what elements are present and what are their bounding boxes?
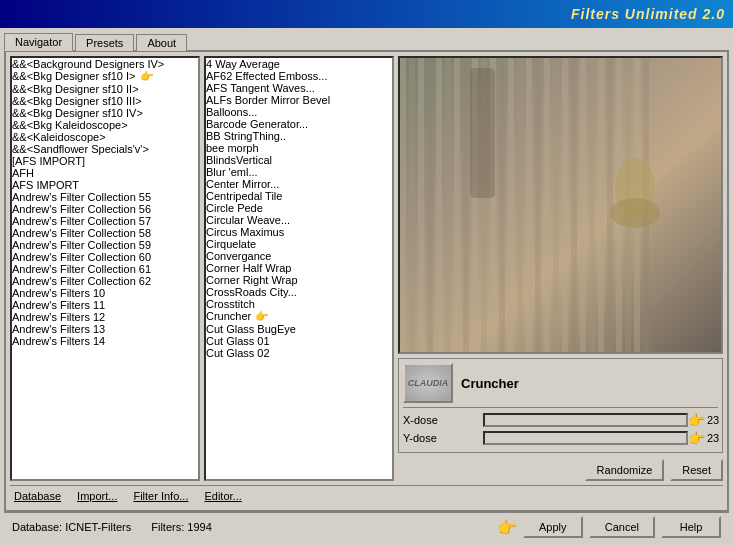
filter-group-item-23[interactable]: Andrew's Filters 14 (12, 335, 198, 347)
filters-value: 1994 (187, 521, 211, 533)
filter-group-item-17[interactable]: Andrew's Filter Collection 61 (12, 263, 198, 275)
filter-item-17[interactable]: Corner Half Wrap (206, 262, 392, 274)
filter-group-item-14[interactable]: Andrew's Filter Collection 58 (12, 227, 198, 239)
filter-group-item-0[interactable]: &&<Background Designers IV> (12, 58, 198, 70)
filter-item-18[interactable]: Corner Right Wrap (206, 274, 392, 286)
import-button[interactable]: Import... (73, 488, 121, 504)
filters-list[interactable]: 4 Way AverageAF62 Effected Emboss...AFS … (204, 56, 394, 481)
filter-group-item-13[interactable]: Andrew's Filter Collection 57 (12, 215, 198, 227)
bottom-toolbar: Database Import... Filter Info... Editor… (10, 485, 723, 506)
reset-button[interactable]: Reset (670, 459, 723, 481)
param-row-ydose: Y-dose 👉 23 (403, 430, 718, 446)
ydose-value-container: 👉 23 (688, 430, 718, 446)
svg-rect-17 (544, 58, 550, 352)
filter-item-0[interactable]: 4 Way Average (206, 58, 392, 70)
filter-group-item-12[interactable]: Andrew's Filter Collection 56 (12, 203, 198, 215)
filter-group-item-16[interactable]: Andrew's Filter Collection 60 (12, 251, 198, 263)
hand-icon-ydose: 👉 (688, 430, 705, 446)
filter-group-item-19[interactable]: Andrew's Filters 10 (12, 287, 198, 299)
editor-button[interactable]: Editor... (200, 488, 245, 504)
separator (403, 407, 718, 408)
filter-group-item-4[interactable]: &&<Bkg Designer sf10 IV> (12, 107, 198, 119)
filter-group-item-21[interactable]: Andrew's Filters 12 (12, 311, 198, 323)
filters-panel: 4 Way AverageAF62 Effected Emboss...AFS … (204, 56, 394, 481)
filter-item-24[interactable]: Cut Glass 02 (206, 347, 392, 359)
tab-navigator[interactable]: Navigator (4, 33, 73, 51)
svg-rect-20 (571, 58, 577, 352)
filter-item-8[interactable]: BlindsVertical (206, 154, 392, 166)
filter-logo: CLAUDIA (403, 363, 453, 403)
filter-item-21[interactable]: Cruncher👉 (206, 310, 392, 323)
filter-group-item-3[interactable]: &&<Bkg Designer sf10 III> (12, 95, 198, 107)
filter-item-19[interactable]: CrossRoads City... (206, 286, 392, 298)
xdose-bar[interactable] (483, 413, 688, 427)
filter-group-item-9[interactable]: AFH (12, 167, 198, 179)
hand-icon-xdose: 👉 (688, 412, 705, 428)
tab-about[interactable]: About (136, 34, 187, 51)
filter-controls: CLAUDIA Cruncher X-dose 👉 23 (398, 358, 723, 453)
filter-item-1[interactable]: AF62 Effected Emboss... (206, 70, 392, 82)
svg-rect-19 (562, 58, 568, 352)
svg-rect-3 (418, 58, 424, 352)
preview-svg (400, 58, 721, 352)
param-row-xdose: X-dose 👉 23 (403, 412, 718, 428)
cancel-button[interactable]: Cancel (589, 516, 655, 538)
filter-item-20[interactable]: Crosstitch (206, 298, 392, 310)
filter-groups-list-container: &&<Background Designers IV>&&<Bkg Design… (10, 56, 200, 481)
ydose-bar[interactable] (483, 431, 688, 445)
apply-button[interactable]: Apply (523, 516, 583, 538)
filter-item-10[interactable]: Center Mirror... (206, 178, 392, 190)
filter-item-23[interactable]: Cut Glass 01 (206, 335, 392, 347)
filter-group-item-6[interactable]: &&<Kaleidoscope> (12, 131, 198, 143)
filter-item-3[interactable]: ALFs Border Mirror Bevel (206, 94, 392, 106)
svg-rect-12 (499, 58, 505, 352)
filter-group-item-22[interactable]: Andrew's Filters 13 (12, 323, 198, 335)
db-status: Database: ICNET-Filters (12, 521, 131, 533)
database-button[interactable]: Database (10, 488, 65, 504)
filter-group-item-15[interactable]: Andrew's Filter Collection 59 (12, 239, 198, 251)
app-title: Filters Unlimited 2.0 (571, 6, 725, 22)
svg-rect-8 (463, 58, 469, 352)
filter-item-15[interactable]: Cirquelate (206, 238, 392, 250)
filter-group-item-2[interactable]: &&<Bkg Designer sf10 II> (12, 83, 198, 95)
filter-name-row: CLAUDIA Cruncher (403, 363, 718, 403)
filter-item-22[interactable]: Cut Glass BugEye (206, 323, 392, 335)
svg-rect-16 (535, 58, 541, 352)
filters-status: Filters: 1994 (151, 521, 212, 533)
filter-item-5[interactable]: Barcode Generator... (206, 118, 392, 130)
filter-item-9[interactable]: Blur 'eml... (206, 166, 392, 178)
randomize-button[interactable]: Randomize (585, 459, 665, 481)
top-section: &&<Background Designers IV>&&<Bkg Design… (10, 56, 723, 481)
svg-rect-14 (517, 58, 523, 352)
action-buttons: 👉 Apply Cancel Help (497, 516, 721, 538)
tab-presets[interactable]: Presets (75, 34, 134, 51)
filter-item-12[interactable]: Circle Pede (206, 202, 392, 214)
filter-group-item-18[interactable]: Andrew's Filter Collection 62 (12, 275, 198, 287)
filter-item-2[interactable]: AFS Tangent Waves... (206, 82, 392, 94)
filters-label: Filters: (151, 521, 184, 533)
filter-item-6[interactable]: BB StringThing.. (206, 130, 392, 142)
filter-item-16[interactable]: Convergance (206, 250, 392, 262)
filter-group-item-8[interactable]: [AFS IMPORT] (12, 155, 198, 167)
svg-rect-15 (526, 58, 532, 352)
svg-rect-23 (598, 58, 604, 352)
filter-item-14[interactable]: Circus Maximus (206, 226, 392, 238)
filter-info-button[interactable]: Filter Info... (129, 488, 192, 504)
filter-group-item-5[interactable]: &&<Bkg Kaleidoscope> (12, 119, 198, 131)
help-button[interactable]: Help (661, 516, 721, 538)
filter-group-item-1[interactable]: &&<Bkg Designer sf10 I>👉 (12, 70, 198, 83)
filter-title: Cruncher (461, 376, 519, 391)
filter-item-7[interactable]: bee morph (206, 142, 392, 154)
filter-groups-panel: &&<Background Designers IV>&&<Bkg Design… (10, 56, 200, 481)
filters-list-container: 4 Way AverageAF62 Effected Emboss...AFS … (204, 56, 394, 481)
filter-item-11[interactable]: Centripedal Tile (206, 190, 392, 202)
filter-groups-list[interactable]: &&<Background Designers IV>&&<Bkg Design… (10, 56, 200, 481)
filter-group-item-20[interactable]: Andrew's Filters 11 (12, 299, 198, 311)
filter-item-13[interactable]: Circular Weave... (206, 214, 392, 226)
filter-group-item-10[interactable]: AFS IMPORT (12, 179, 198, 191)
svg-rect-2 (409, 58, 415, 352)
filter-group-item-11[interactable]: Andrew's Filter Collection 55 (12, 191, 198, 203)
ydose-value: 23 (707, 432, 719, 444)
filter-group-item-7[interactable]: &&<Sandflower Specials'v'> (12, 143, 198, 155)
filter-item-4[interactable]: Balloons... (206, 106, 392, 118)
